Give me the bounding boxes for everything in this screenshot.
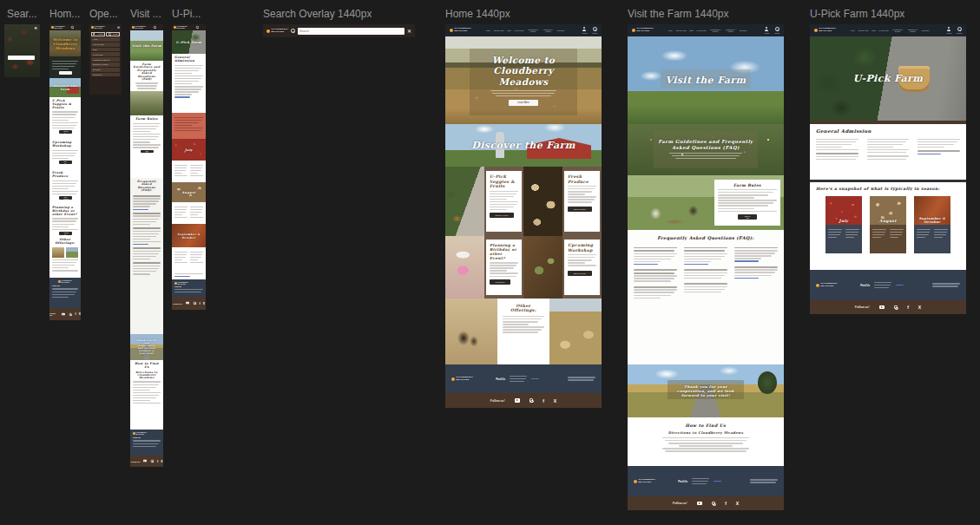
account-button[interactable]: Account — [946, 27, 952, 33]
search-input[interactable] — [298, 28, 404, 35]
menu-icon[interactable] — [158, 26, 161, 28]
x-icon[interactable]: X — [79, 312, 81, 316]
facebook-icon[interactable]: f — [907, 305, 909, 310]
fresh-button[interactable]: Shop Produce — [59, 196, 72, 200]
frame-label-home-mobile[interactable]: Hom... — [49, 8, 84, 20]
youtube-icon[interactable] — [697, 502, 702, 505]
frame-search-overlay[interactable]: CLOUDBERRYMEADOWS ✕ — [263, 24, 415, 37]
instagram-icon[interactable] — [529, 398, 534, 403]
link-placeholder[interactable] — [133, 209, 161, 210]
instagram-icon[interactable] — [69, 313, 72, 316]
x-icon[interactable]: X — [161, 460, 162, 463]
nav-item-shop[interactable]: Shop — [871, 30, 876, 31]
logo[interactable]: CLOUDBERRYMEADOWS — [634, 479, 655, 483]
account-button[interactable]: Account — [582, 27, 588, 33]
search-icon[interactable] — [71, 26, 74, 29]
search-icon[interactable] — [196, 26, 199, 29]
logo[interactable]: CLOUDBERRYMEADOWS — [814, 28, 836, 32]
search-icon[interactable] — [154, 26, 156, 29]
x-icon[interactable]: X — [736, 501, 739, 506]
instagram-icon[interactable] — [712, 502, 716, 506]
search-input[interactable] — [8, 56, 35, 60]
menu-item[interactable]: U-Pick Farm — [91, 52, 120, 56]
frame-label-visit[interactable]: Visit the Farm 1440px — [628, 8, 729, 20]
nav-item-visit[interactable]: Visit the Farm — [493, 30, 503, 31]
rules-button[interactable]: Book a Visit — [738, 214, 757, 220]
rules-button[interactable]: Book a Visit — [141, 150, 154, 154]
frame-label-visit-mobile[interactable]: Visit ... — [130, 8, 167, 20]
link-placeholder[interactable] — [734, 260, 778, 261]
workshop-button[interactable]: Sign Up Today — [59, 161, 72, 164]
link-placeholder[interactable] — [734, 278, 778, 279]
nav-item-visit[interactable]: Visit the Farm — [858, 30, 868, 31]
x-icon[interactable]: X — [918, 305, 921, 310]
logo[interactable]: CLOUDBERRYMEADOWS — [450, 28, 471, 32]
menu-item[interactable]: Contact Us — [91, 73, 120, 77]
hero-button[interactable]: Learn More — [509, 100, 538, 106]
fresh-button[interactable]: Shop Produce — [568, 207, 592, 212]
nav-item-home[interactable]: Home — [851, 30, 855, 31]
menu-item[interactable]: Home — [91, 37, 120, 42]
menu-icon[interactable] — [76, 26, 78, 28]
frame-upick[interactable]: CLOUDBERRYMEADOWS Home Visit the Farm Sh… — [810, 24, 966, 314]
instagram-icon[interactable] — [194, 302, 196, 305]
nav-item-birthdays[interactable]: Birthdays & Parties — [724, 29, 736, 33]
nav-item-home[interactable]: Home — [668, 30, 673, 31]
nav-item-visit[interactable]: Visit the Farm — [675, 30, 686, 31]
frame-open-menu-mobile[interactable]: CLOUDBERRYMEADOWS ✕ Account Search Home … — [89, 24, 122, 95]
instagram-icon[interactable] — [151, 460, 154, 463]
account-button[interactable]: Account — [91, 32, 105, 36]
frame-upick-mobile[interactable]: CLOUDBERRYMEADOWS U-Pick Farm General Ad… — [172, 24, 206, 310]
menu-item[interactable]: Our Story — [91, 68, 120, 72]
frame-home[interactable]: CLOUDBERRYMEADOWS Home Visit the Farm Sh… — [445, 24, 602, 408]
workshop-button[interactable]: Sign Up Today — [568, 271, 592, 276]
nav-item-birthdays[interactable]: Birthdays & Parties — [906, 29, 918, 33]
nav-item-workshops[interactable]: Workshops & Events — [709, 29, 721, 33]
nav-item-upick[interactable]: U-Pick Farm — [878, 30, 888, 31]
frame-label-open-menu-mobile[interactable]: Ope... — [89, 8, 124, 20]
search-button[interactable]: Search — [106, 32, 120, 36]
link-placeholder[interactable] — [918, 154, 960, 154]
close-icon[interactable]: ✕ — [117, 26, 120, 30]
youtube-icon[interactable] — [144, 460, 148, 463]
link-placeholder[interactable] — [634, 264, 677, 265]
youtube-icon[interactable] — [515, 398, 520, 402]
frame-label-search-overlay[interactable]: Search Overlay 1440px — [263, 8, 372, 20]
link-placeholder[interactable] — [531, 377, 545, 381]
account-button[interactable]: Account — [764, 27, 770, 33]
menu-item[interactable]: Birthdays & Parties — [91, 62, 120, 67]
frame-visit-mobile[interactable]: CLOUDBERRYMEADOWS Visit the Farm Farm Gu… — [130, 24, 163, 467]
link-placeholder[interactable] — [174, 96, 203, 97]
facebook-icon[interactable]: f — [543, 398, 544, 404]
facebook-icon[interactable]: f — [200, 302, 201, 305]
youtube-icon[interactable] — [879, 305, 885, 309]
upick-button[interactable]: Explore U-Pick — [59, 130, 72, 134]
nav-item-upick[interactable]: U-Pick Farm — [696, 30, 706, 31]
facebook-icon[interactable]: f — [725, 501, 727, 506]
link-placeholder[interactable] — [174, 276, 203, 277]
link-placeholder[interactable] — [714, 479, 727, 483]
frame-label-search-mobile[interactable]: Sear... — [7, 8, 43, 20]
nav-item-shop[interactable]: Shop — [507, 30, 511, 31]
search-button[interactable]: Search — [774, 27, 779, 33]
logo[interactable]: CLOUDBERRYMEADOWS — [632, 28, 654, 32]
link-placeholder[interactable] — [896, 283, 910, 287]
logo[interactable]: CLOUDBERRYMEADOWS — [451, 377, 473, 381]
frame-home-mobile[interactable]: CLOUDBERRYMEADOWS Welcome to Cloudberry … — [49, 24, 81, 320]
youtube-icon[interactable] — [62, 313, 65, 316]
nav-item-story[interactable]: Our Story — [922, 30, 930, 31]
nav-item-home[interactable]: Home — [486, 30, 490, 31]
frame-label-upick[interactable]: U-Pick Farm 1440px — [810, 8, 904, 20]
upick-button[interactable]: Explore U-Pick — [490, 213, 514, 218]
frame-visit[interactable]: CLOUDBERRYMEADOWS Home Visit the Farm Sh… — [628, 24, 784, 510]
youtube-icon[interactable] — [186, 302, 189, 305]
intro-button[interactable] — [59, 71, 72, 74]
menu-item[interactable]: Visit the Farm — [91, 43, 120, 47]
menu-item[interactable]: Shop — [91, 48, 120, 52]
logo[interactable]: CLOUDBERRYMEADOWS — [816, 283, 838, 287]
nav-item-story[interactable]: Our Story — [740, 30, 747, 31]
nav-item-birthdays[interactable]: Birthdays & Parties — [542, 29, 554, 33]
close-icon[interactable]: ✕ — [407, 28, 411, 34]
nav-item-workshops[interactable]: Workshops & Events — [527, 29, 539, 33]
frame-label-upick-mobile[interactable]: U-Pi... — [172, 8, 207, 20]
